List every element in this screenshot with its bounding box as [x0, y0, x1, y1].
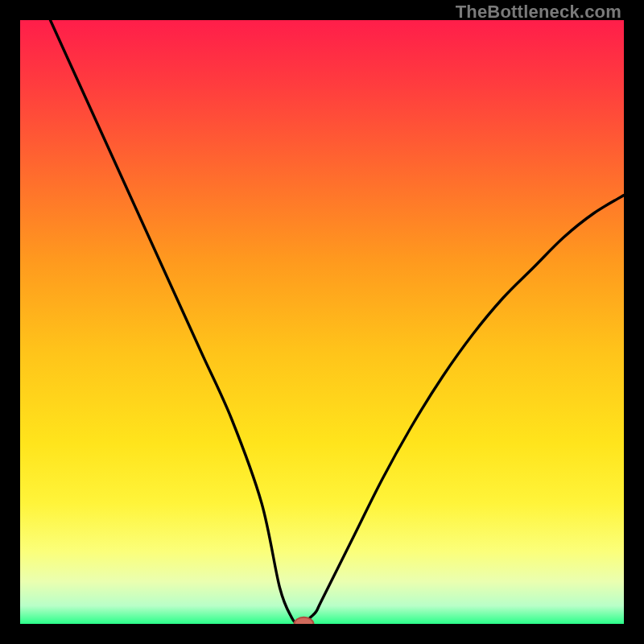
chart-svg — [20, 20, 624, 624]
chart-frame: TheBottleneck.com — [0, 0, 644, 644]
bottleneck-curve — [51, 20, 625, 624]
plot-area — [20, 20, 624, 624]
